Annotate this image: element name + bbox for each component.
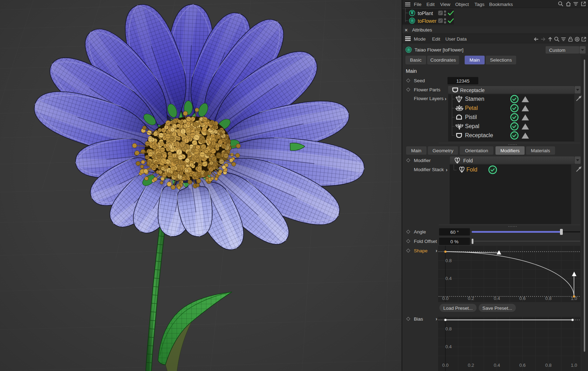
- svg-text:0.6: 0.6: [519, 363, 526, 368]
- svg-text:0.6: 0.6: [519, 296, 526, 301]
- svg-text:0.0: 0.0: [442, 363, 449, 368]
- svg-text:0.2: 0.2: [468, 363, 474, 368]
- svg-text:0.0: 0.0: [442, 296, 449, 301]
- svg-text:0.4: 0.4: [445, 276, 452, 281]
- svg-text:0.8: 0.8: [545, 296, 552, 301]
- svg-text:0.8: 0.8: [445, 326, 452, 331]
- svg-text:0.8: 0.8: [545, 363, 552, 368]
- svg-text:0.4: 0.4: [494, 363, 500, 368]
- svg-text:0.4: 0.4: [494, 296, 500, 301]
- svg-text:0.4: 0.4: [445, 344, 452, 349]
- svg-text:0.8: 0.8: [445, 258, 452, 263]
- svg-text:1.0: 1.0: [571, 363, 577, 368]
- svg-text:0.2: 0.2: [468, 296, 474, 301]
